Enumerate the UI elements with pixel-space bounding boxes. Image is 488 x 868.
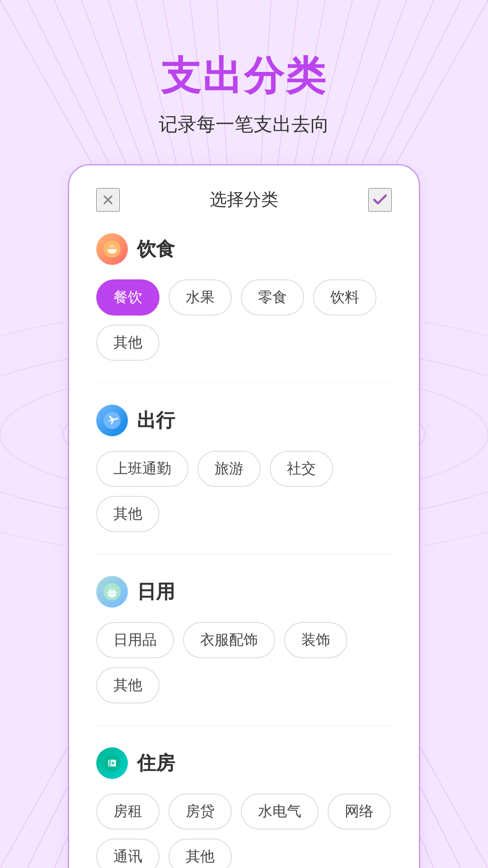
confirm-button[interactable] (368, 188, 392, 212)
modal-title: 选择分类 (210, 188, 278, 211)
tag-network[interactable]: 网络 (328, 793, 391, 830)
tag-commute[interactable]: 上班通勤 (96, 451, 188, 487)
daily-tags: 日用品 衣服配饰 装饰 其他 (96, 622, 392, 703)
travel-category-name: 出行 (137, 408, 175, 433)
divider-2 (96, 554, 392, 554)
daily-header: 日用 (96, 576, 392, 608)
tag-daily-other[interactable]: 其他 (96, 667, 160, 703)
housing-header: 住房 (96, 747, 392, 779)
tag-fangzu[interactable]: 房租 (96, 793, 160, 830)
svg-point-50 (108, 591, 117, 597)
housing-tags: 房租 房贷 水电气 网络 通讯 其他 (96, 793, 392, 868)
svg-rect-54 (109, 760, 111, 766)
tag-canyin[interactable]: 餐饮 (96, 279, 160, 316)
svg-rect-47 (108, 249, 117, 250)
tag-luyou[interactable]: 旅游 (197, 451, 261, 487)
travel-section: 出行 上班通勤 旅游 社交 其他 (96, 405, 392, 532)
daily-section: 日用 日用品 衣服配饰 装饰 其他 (96, 576, 392, 703)
tag-fangdai[interactable]: 房贷 (169, 793, 232, 830)
category-modal: 选择分类 (68, 164, 420, 868)
food-header: 饮食 (96, 233, 392, 265)
tag-travel-other[interactable]: 其他 (96, 496, 160, 532)
divider-1 (96, 382, 392, 383)
travel-header: 出行 (96, 405, 392, 436)
tag-decoration[interactable]: 装饰 (284, 622, 347, 658)
modal-header: 选择分类 (96, 188, 392, 212)
housing-section: 住房 房租 房贷 水电气 网络 通讯 其他 (96, 747, 392, 868)
housing-category-name: 住房 (137, 750, 175, 776)
food-tags: 餐饮 水果 零食 饮料 其他 (96, 279, 392, 361)
food-section: 饮食 餐饮 水果 零食 饮料 其他 (96, 233, 392, 361)
daily-category-name: 日用 (137, 579, 175, 604)
divider-3 (96, 725, 392, 726)
tag-housing-other[interactable]: 其他 (169, 839, 232, 868)
tag-lingshi[interactable]: 零食 (241, 279, 304, 316)
tag-shuiguo[interactable]: 水果 (169, 279, 232, 316)
tag-daily-goods[interactable]: 日用品 (96, 622, 174, 658)
tag-shejiao[interactable]: 社交 (270, 451, 333, 487)
food-category-name: 饮食 (137, 236, 175, 262)
daily-icon (96, 576, 128, 608)
housing-icon (96, 747, 128, 779)
tag-food-other[interactable]: 其他 (96, 325, 160, 361)
page-sub-title: 记录每一笔支出去向 (0, 112, 488, 137)
tag-tongxun[interactable]: 通讯 (96, 839, 160, 868)
tag-clothes[interactable]: 衣服配饰 (183, 622, 275, 658)
tag-utilities[interactable]: 水电气 (241, 793, 319, 830)
close-button[interactable] (96, 188, 120, 212)
tag-yinliao[interactable]: 饮料 (313, 279, 376, 316)
food-icon (96, 233, 128, 265)
page-main-title: 支出分类 (0, 54, 488, 98)
travel-icon (96, 405, 128, 436)
header: 支出分类 记录每一笔支出去向 (0, 0, 488, 137)
travel-tags: 上班通勤 旅游 社交 其他 (96, 451, 392, 532)
svg-point-55 (112, 762, 114, 764)
